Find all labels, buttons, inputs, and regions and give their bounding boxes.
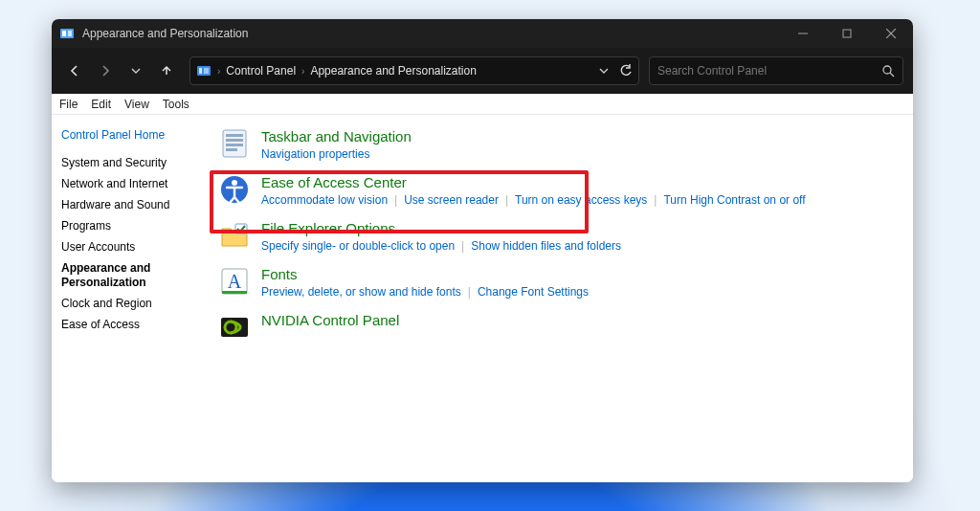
maximize-button[interactable]	[825, 19, 869, 48]
breadcrumb-leaf[interactable]: Appearance and Personalization	[310, 64, 476, 78]
close-button[interactable]	[869, 19, 913, 48]
folder-options-icon	[219, 220, 250, 251]
sidebar-item[interactable]: Clock and Region	[61, 297, 200, 311]
category-sublink[interactable]: Show hidden files and folders	[471, 239, 621, 253]
separator: |	[461, 239, 464, 253]
minimize-button[interactable]	[781, 19, 825, 48]
category-title[interactable]: Ease of Access Center	[261, 174, 806, 191]
category-links: Preview, delete, or show and hide fonts|…	[261, 285, 589, 299]
category-title[interactable]: Fonts	[261, 266, 589, 283]
category-row: Taskbar and NavigationNavigation propert…	[219, 128, 903, 161]
svg-rect-14	[226, 139, 243, 142]
svg-rect-13	[226, 134, 243, 137]
recent-locations-button[interactable]	[122, 57, 149, 84]
sidebar-item[interactable]: User Accounts	[61, 240, 200, 255]
category-title[interactable]: File Explorer Options	[261, 220, 621, 237]
sidebar-item[interactable]: Programs	[61, 219, 200, 233]
category-row: Ease of Access CenterAccommodate low vis…	[219, 174, 903, 207]
category-row: NVIDIA Control Panel	[219, 312, 903, 343]
refresh-button[interactable]	[619, 64, 633, 78]
svg-rect-1	[62, 31, 66, 36]
control-panel-home-link[interactable]: Control Panel Home	[61, 128, 200, 143]
sidebar-item[interactable]: System and Security	[61, 156, 200, 170]
chevron-right-icon: ›	[301, 66, 304, 77]
up-button[interactable]	[153, 57, 180, 84]
menu-edit[interactable]: Edit	[91, 98, 111, 111]
category-links: Accommodate low vision|Use screen reader…	[261, 193, 806, 207]
svg-point-18	[232, 180, 237, 186]
menubar: File Edit View Tools	[52, 94, 913, 115]
category-sublink[interactable]: Accommodate low vision	[261, 193, 388, 207]
svg-rect-16	[226, 148, 237, 151]
category-sublink[interactable]: Navigation properties	[261, 147, 369, 161]
titlebar: Appearance and Personalization	[52, 19, 913, 48]
category-sublink[interactable]: Specify single- or double-click to open	[261, 239, 455, 253]
category-sublink[interactable]: Use screen reader	[404, 193, 499, 207]
svg-rect-8	[199, 68, 202, 74]
breadcrumb-root[interactable]: Control Panel	[226, 64, 296, 78]
svg-text:A: A	[228, 271, 242, 292]
content-body: Control Panel Home System and SecurityNe…	[52, 115, 913, 482]
sidebar-item[interactable]: Ease of Access	[61, 318, 200, 332]
separator: |	[505, 193, 508, 207]
sidebar-item[interactable]: Network and Internet	[61, 177, 200, 191]
control-panel-window: Appearance and Personalization	[52, 19, 913, 482]
chevron-right-icon: ›	[217, 66, 220, 77]
category-sublink[interactable]: Preview, delete, or show and hide fonts	[261, 285, 461, 299]
separator: |	[654, 193, 657, 207]
svg-rect-15	[226, 144, 243, 146]
category-title[interactable]: NVIDIA Control Panel	[261, 312, 399, 329]
category-links: Specify single- or double-click to open|…	[261, 239, 621, 253]
category-row: File Explorer OptionsSpecify single- or …	[219, 220, 903, 253]
svg-rect-2	[68, 31, 72, 36]
separator: |	[468, 285, 471, 299]
separator: |	[394, 193, 397, 207]
svg-rect-22	[222, 291, 247, 294]
navbar: › Control Panel › Appearance and Persona…	[52, 48, 913, 94]
category-sublink[interactable]: Turn on easy access keys	[515, 193, 647, 207]
address-history-button[interactable]	[598, 65, 610, 77]
svg-rect-4	[843, 30, 851, 37]
sidebar: Control Panel Home System and SecurityNe…	[52, 115, 210, 482]
category-title[interactable]: Taskbar and Navigation	[261, 128, 412, 145]
search-input[interactable]	[657, 64, 881, 78]
sidebar-item[interactable]: Appearance and Personalization	[61, 261, 200, 290]
main-content: Taskbar and NavigationNavigation propert…	[210, 115, 913, 482]
search-icon	[881, 64, 895, 78]
category-links: Navigation properties	[261, 147, 412, 161]
category-sublink[interactable]: Turn High Contrast on or off	[663, 193, 805, 207]
search-box[interactable]	[649, 56, 903, 85]
sidebar-item[interactable]: Hardware and Sound	[61, 198, 200, 212]
forward-button[interactable]	[92, 57, 119, 84]
app-icon	[59, 26, 75, 41]
ease-of-access-icon	[219, 174, 250, 205]
address-bar[interactable]: › Control Panel › Appearance and Persona…	[189, 56, 639, 85]
svg-line-11	[890, 73, 894, 77]
desktop-wallpaper: Appearance and Personalization	[0, 0, 980, 511]
nvidia-icon	[219, 312, 250, 343]
fonts-icon: A	[219, 266, 250, 297]
menu-tools[interactable]: Tools	[163, 98, 189, 111]
svg-rect-19	[235, 224, 247, 233]
control-panel-icon	[196, 63, 212, 78]
menu-view[interactable]: View	[124, 98, 149, 111]
taskbar-icon	[219, 128, 250, 159]
window-title: Appearance and Personalization	[82, 27, 248, 40]
back-button[interactable]	[61, 57, 88, 84]
category-row: AFontsPreview, delete, or show and hide …	[219, 266, 903, 299]
svg-point-10	[883, 66, 891, 74]
svg-rect-9	[204, 68, 209, 74]
category-sublink[interactable]: Change Font Settings	[478, 285, 589, 299]
menu-file[interactable]: File	[59, 98, 78, 111]
